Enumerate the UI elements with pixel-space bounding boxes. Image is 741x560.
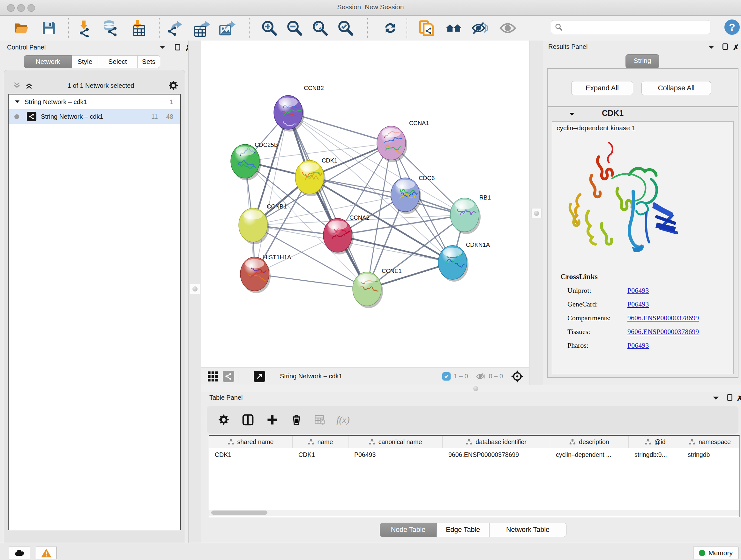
results-panel-close-icon[interactable]: ✗ [733,43,739,52]
refresh-icon[interactable] [381,19,400,37]
table-row[interactable]: CDK1CDK1P064939606.ENSP00000378699cyclin… [209,448,739,461]
grid-view-icon[interactable] [207,371,218,382]
help-button[interactable]: ? [724,19,740,35]
zoom-out-icon[interactable] [285,19,304,37]
network-collection-row[interactable]: String Network – cdk1 1 [9,95,180,109]
network-edge[interactable] [288,112,367,289]
results-panel-menu-icon[interactable] [708,44,715,51]
import-table-file-icon[interactable] [128,19,147,37]
warning-button[interactable] [36,547,57,559]
table-panel-float-icon[interactable] [726,394,733,402]
zoom-fit-icon[interactable] [311,19,329,37]
control-tab-network[interactable]: Network [24,55,72,68]
network-row[interactable]: String Network – cdk1 11 48 [9,109,180,124]
table-cell[interactable]: CDK1 [209,448,293,461]
table-options-gear-icon[interactable] [214,411,233,429]
table-cell[interactable]: CDK1 [293,448,348,461]
collection-expander-icon[interactable] [14,100,20,104]
export-table-icon[interactable] [192,19,211,37]
right-splitter-handle[interactable] [531,208,542,219]
table-cell[interactable]: stringdb [682,448,738,461]
network-graph[interactable]: CCNB2CCNA1CDC25BCDK1CDC6RB1CCNB1CCNA2CDK… [201,41,529,367]
string-home-icon[interactable] [444,19,463,37]
show-columns-icon[interactable] [239,411,257,429]
table-hscrollbar-thumb[interactable] [211,510,267,515]
column-header-canonical-name[interactable]: canonical name [348,436,443,448]
crosslink-link[interactable]: 9606.ENSP00000378699 [627,327,699,336]
table-panel-menu-icon[interactable] [712,395,719,402]
control-tab-select[interactable]: Select [98,55,137,68]
network-node-CCNA1[interactable]: CCNA1 [377,120,429,162]
network-share-view-icon[interactable] [223,371,234,382]
memory-button[interactable]: Memory [693,547,738,559]
table-hscrollbar[interactable] [209,510,739,516]
bottom-splitter[interactable] [201,385,741,393]
table-panel-close-icon[interactable]: ✗ [737,394,741,403]
expand-all-button[interactable]: Expand All [571,81,633,95]
table-cell[interactable]: P06493 [348,448,443,461]
crosslink-link[interactable]: P06493 [627,341,649,350]
hide-glass-icon[interactable] [471,19,489,37]
column-header--id[interactable]: @id [629,436,682,448]
node-label: CDKN1A [466,241,490,248]
network-node-RB1[interactable]: RB1 [450,194,491,234]
column-header-name[interactable]: name [293,436,348,448]
expand-all-chevron-icon[interactable] [24,81,33,90]
selected-nodes-checkbox[interactable] [442,372,451,381]
crosslink-link[interactable]: P06493 [627,300,649,308]
collapse-all-button[interactable]: Collapse All [642,81,711,95]
network-node-CDC25B[interactable]: CDC25B [231,141,278,180]
right-splitter[interactable] [529,41,544,385]
toolbar-search[interactable] [551,20,711,34]
tree-column-icon [308,439,314,445]
table-tab-node-table[interactable]: Node Table [380,523,436,537]
collapse-all-chevron-icon[interactable] [12,81,21,90]
import-network-database-icon[interactable] [101,19,119,37]
export-image-icon[interactable] [218,19,236,37]
birdseye-view-icon[interactable] [511,370,523,382]
column-header-database-identifier[interactable]: database identifier [443,436,550,448]
save-session-icon[interactable] [40,19,58,37]
delete-column-icon[interactable] [287,411,306,429]
network-node-CDKN1A[interactable]: CDKN1A [438,241,490,282]
import-network-file-icon[interactable] [75,19,93,37]
control-panel-float-icon[interactable] [174,44,181,52]
control-tab-sets[interactable]: Sets [137,55,160,68]
network-node-CDC6[interactable]: CDC6 [391,175,434,214]
add-column-icon[interactable] [263,411,281,429]
network-edge[interactable] [338,235,453,262]
column-header-description[interactable]: description [550,436,629,448]
control-tab-style[interactable]: Style [72,55,98,68]
table-cell[interactable]: 9606.ENSP00000378699 [443,448,550,461]
export-network-icon[interactable] [165,19,184,37]
column-header-namespace[interactable]: namespace [682,436,738,448]
crosslink-link[interactable]: P06493 [627,287,649,295]
gene-expander-icon[interactable] [569,112,575,117]
table-tab-edge-table[interactable]: Edge Table [436,523,489,537]
clone-network-icon[interactable] [418,19,436,37]
network-options-gear-icon[interactable] [168,80,179,91]
column-header-shared-name[interactable]: shared name [209,436,293,448]
table-cell[interactable]: cyclin–dependent ... [550,448,629,461]
search-input[interactable] [562,23,698,31]
table-tab-network-table[interactable]: Network Table [489,523,566,537]
network-node-HIST1H1A[interactable]: HIST1H1A [240,254,291,293]
left-splitter-handle[interactable] [190,284,200,294]
network-node-CCNB2[interactable]: CCNB2 [274,84,324,132]
zoom-selected-icon[interactable] [336,19,355,37]
tab-string[interactable]: String [625,54,659,68]
network-edge[interactable] [255,274,367,289]
zoom-in-icon[interactable] [260,19,279,37]
results-panel-float-icon[interactable] [722,43,729,51]
network-canvas[interactable]: CCNB2CCNA1CDC25BCDK1CDC6RB1CCNB1CCNA2CDK… [201,41,529,367]
table-cell[interactable]: stringdb:9... [629,448,682,461]
network-edges[interactable] [245,112,465,289]
show-glass-icon[interactable] [498,19,517,37]
control-panel-menu-icon[interactable] [159,44,166,51]
network-edge[interactable] [255,112,288,274]
crosslink-link[interactable]: 9606.ENSP00000378699 [627,314,699,322]
open-file-icon[interactable] [12,19,30,37]
detach-view-icon[interactable] [254,371,265,382]
cloud-button[interactable] [9,547,30,559]
left-splitter[interactable] [188,41,202,543]
